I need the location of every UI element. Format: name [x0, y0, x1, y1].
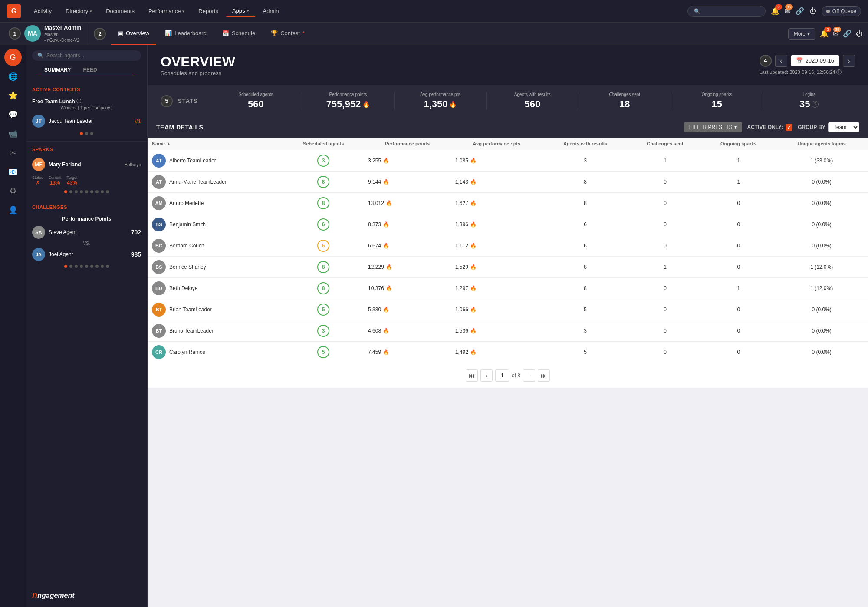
cell-name: AT Alberto TeamLeader: [148, 150, 283, 172]
logins-help-icon: ?: [812, 101, 819, 108]
table-row: CR Carolyn Ramos 5 7,459 🔥 1,492 🔥 5 0 0…: [148, 342, 868, 363]
search-box[interactable]: 🔍: [687, 6, 766, 17]
cell-logins: 0 (0.0%): [775, 193, 868, 214]
app-logo[interactable]: G: [7, 4, 21, 18]
agents-search-input[interactable]: [46, 53, 136, 59]
sidebar-scissors[interactable]: ✂: [4, 144, 22, 162]
cell-logins: 0 (0.0%): [775, 299, 868, 320]
col-name[interactable]: Name ▲: [148, 138, 283, 150]
summary-tabs: SUMMARY FEED: [38, 64, 135, 76]
page-first-btn[interactable]: ⏮: [466, 369, 478, 382]
nav2-power-btn[interactable]: ⏻: [856, 30, 863, 38]
contest-info-icon: ⓘ: [76, 98, 81, 105]
date-box: 📅 2020-09-16: [791, 55, 840, 66]
spark-dot-4: [80, 190, 83, 193]
cell-scheduled: 5: [283, 342, 364, 363]
ch-dot-8: [101, 265, 104, 268]
dot-2: [85, 132, 88, 135]
group-by-control: GROUP BY Team Agent Group: [798, 122, 859, 132]
fire-icon: 🔥: [383, 307, 389, 313]
nav-apps[interactable]: Apps ▾: [226, 5, 255, 17]
more-button[interactable]: More ▾: [788, 28, 815, 40]
page-last-btn[interactable]: ⏭: [538, 369, 550, 382]
nav2-tabs: 2 ▣ Overview 📊 Leaderboard 📅 Schedule 🏆 …: [90, 23, 788, 45]
nav-performance[interactable]: Performance ▾: [142, 5, 191, 17]
spark-stat-current: Current 13%: [49, 175, 62, 186]
nav-documents[interactable]: Documents: [100, 5, 141, 17]
sidebar-globe[interactable]: G: [4, 49, 22, 66]
fire-icon: 🔥: [470, 307, 477, 313]
notifications-btn[interactable]: 🔔 2: [771, 7, 779, 15]
directory-caret: ▾: [90, 9, 92, 13]
cell-logins: 0 (0.0%): [775, 172, 868, 193]
col-avg-perf: Avg performance pts: [451, 138, 542, 150]
apps-caret: ▾: [247, 9, 249, 13]
second-navigation: 1 MA Master Admin Master - nGuvu-Demo-V2…: [0, 23, 868, 45]
active-only-checkbox[interactable]: ✓: [786, 124, 792, 131]
tab-overview[interactable]: ▣ Overview: [111, 23, 156, 45]
page-prev-btn[interactable]: ‹: [480, 369, 493, 382]
tab-schedule[interactable]: 📅 Schedule: [215, 23, 262, 45]
nav2-msg-btn[interactable]: ✉ 35: [833, 30, 838, 38]
page-input[interactable]: [495, 369, 509, 382]
overview-icon: ▣: [118, 30, 123, 36]
sidebar-star[interactable]: ⭐: [4, 87, 22, 104]
cell-name: BT Brian TeamLeader: [148, 299, 283, 320]
group-by-select[interactable]: Team Agent Group: [828, 122, 859, 132]
share-btn[interactable]: 🔗: [796, 7, 804, 15]
sidebar-settings[interactable]: ⚙: [4, 182, 22, 200]
tab-summary[interactable]: SUMMARY: [38, 64, 77, 76]
cell-sparks: 0: [702, 235, 775, 257]
nav2-notif-btn[interactable]: 🔔 2: [820, 30, 829, 38]
table-head: Name ▲ Scheduled agents Performance poin…: [148, 138, 868, 150]
nav2-share-btn[interactable]: 🔗: [843, 30, 852, 38]
date-section: 4 ‹ 📅 2020-09-16 › Last updated: 2020-09…: [760, 55, 855, 76]
pagination: ⏮ ‹ of 8 › ⏭: [148, 363, 868, 388]
date-prev-btn[interactable]: ‹: [775, 55, 787, 67]
table-row: AM Arturo Merlette 8 13,012 🔥 1,627 🔥 8 …: [148, 193, 868, 214]
cell-logins: 0 (0.0%): [775, 214, 868, 235]
search-agents[interactable]: 🔍: [32, 50, 141, 61]
sidebar-chat[interactable]: 💬: [4, 106, 22, 123]
tab-leaderboard[interactable]: 📊 Leaderboard: [158, 23, 214, 45]
status-button[interactable]: Off Queue: [822, 6, 861, 16]
nav-directory[interactable]: Directory ▾: [59, 5, 98, 17]
fire-icon: 🔥: [386, 200, 392, 206]
messages-btn[interactable]: ✉ 35: [785, 7, 790, 15]
tab-contest[interactable]: 🏆 Contest *: [264, 23, 312, 45]
spark-dot-6: [90, 190, 93, 193]
cell-sparks: 0: [702, 257, 775, 278]
cell-challenges: 0: [628, 342, 702, 363]
cell-scheduled: 6: [283, 235, 364, 257]
date-row: 4 ‹ 📅 2020-09-16 ›: [760, 55, 855, 67]
sidebar-home[interactable]: 🌐: [4, 68, 22, 85]
sidebar-user[interactable]: 👤: [4, 201, 22, 219]
cell-name: BS Benjamin Smith: [148, 214, 283, 235]
stat-perf-points: Performance points 755,952 🔥: [302, 92, 394, 110]
cell-perf-points: 6,674 🔥: [364, 235, 451, 257]
nav-reports[interactable]: Reports: [192, 5, 224, 17]
cell-perf-points: 7,459 🔥: [364, 342, 451, 363]
page-next-btn[interactable]: ›: [523, 369, 535, 382]
spark-dot-2: [69, 190, 72, 193]
cell-logins: 1 (12.0%): [775, 278, 868, 299]
sidebar-mail[interactable]: 📧: [4, 163, 22, 181]
step-1-circle: 1: [9, 27, 21, 40]
search-input[interactable]: [703, 8, 759, 14]
tab-feed[interactable]: FEED: [77, 64, 103, 76]
spark-stat-target: Target 43%: [67, 175, 78, 186]
nav-admin[interactable]: Admin: [257, 5, 285, 17]
nav-right: 🔍 🔔 2 ✉ 35 🔗 ⏻ Off Queue: [687, 6, 861, 17]
table-row: BS Benjamin Smith 6 8,373 🔥 1,396 🔥 6 0 …: [148, 214, 868, 235]
sidebar-video[interactable]: 📹: [4, 125, 22, 142]
cell-with-results: 8: [542, 278, 628, 299]
search-agents-icon: 🔍: [37, 53, 44, 59]
date-next-btn[interactable]: ›: [843, 55, 855, 67]
fire-icon: 🔥: [470, 328, 477, 334]
nav-activity[interactable]: Activity: [28, 5, 58, 17]
filter-presets-btn[interactable]: FILTER PRESETS ▾: [684, 122, 742, 132]
challenges-dots: [32, 262, 141, 271]
cell-perf-points: 10,376 🔥: [364, 278, 451, 299]
cell-name: BS Bernice Sharley: [148, 257, 283, 278]
power-btn[interactable]: ⏻: [809, 7, 816, 15]
